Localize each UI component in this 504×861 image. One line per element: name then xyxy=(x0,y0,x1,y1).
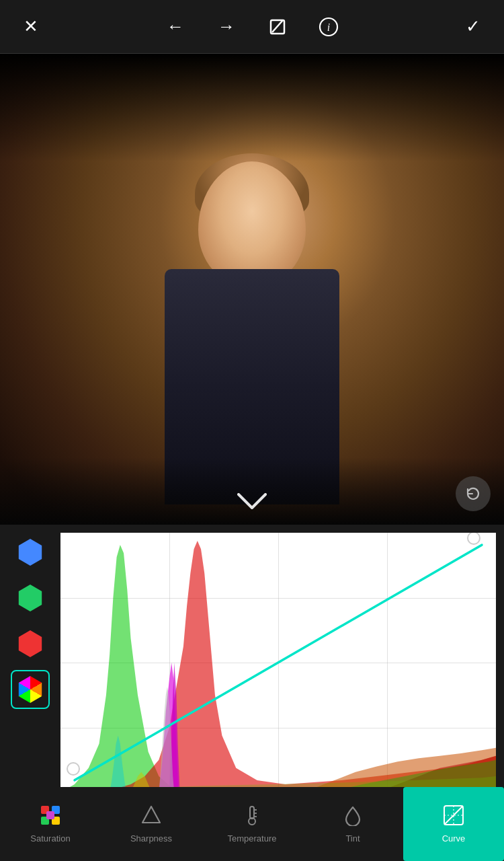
rgb-channel-hex xyxy=(17,676,44,703)
tab-sharpness[interactable]: Sharpness xyxy=(101,787,202,861)
reset-button[interactable] xyxy=(456,476,491,511)
channel-selector xyxy=(0,525,60,800)
channel-red-button[interactable] xyxy=(11,624,50,663)
svg-rect-10 xyxy=(49,806,52,825)
curve-control-point-bottom[interactable] xyxy=(67,762,80,776)
temperature-label: Temperature xyxy=(228,833,277,844)
info-button[interactable]: i xyxy=(314,12,343,42)
curve-label: Curve xyxy=(442,833,466,844)
toolbar-center-actions: ← → i xyxy=(161,12,343,42)
chevron-down-button[interactable] xyxy=(235,490,269,518)
undo-button[interactable]: ← xyxy=(161,12,190,42)
toolbar: ✕ ← → i ✓ xyxy=(0,0,504,54)
svg-rect-12 xyxy=(250,807,254,819)
tab-tint[interactable]: Tint xyxy=(302,787,403,861)
saturation-label: Saturation xyxy=(30,833,70,844)
svg-line-18 xyxy=(444,806,463,825)
curve-icon xyxy=(443,804,464,829)
redo-button[interactable]: → xyxy=(212,12,241,42)
tab-temperature[interactable]: Temperature xyxy=(202,787,302,861)
channel-blue-button[interactable] xyxy=(11,533,50,572)
channel-rgb-button[interactable] xyxy=(11,670,50,709)
tint-label: Tint xyxy=(345,833,360,844)
temperature-icon xyxy=(241,804,263,829)
saturation-icon xyxy=(40,804,61,829)
confirm-button[interactable]: ✓ xyxy=(458,12,488,42)
bottom-nav: Saturation Sharpness Temperature xyxy=(0,787,504,861)
svg-line-1 xyxy=(272,20,283,32)
blue-channel-hex xyxy=(17,539,44,566)
green-channel-hex xyxy=(17,585,44,611)
sharpness-icon xyxy=(140,804,162,829)
photo-background xyxy=(0,54,504,525)
svg-marker-11 xyxy=(142,807,160,823)
svg-text:i: i xyxy=(327,22,330,33)
crop-button[interactable] xyxy=(263,12,292,42)
close-button[interactable]: ✕ xyxy=(16,12,46,42)
channel-green-button[interactable] xyxy=(11,578,50,617)
tab-curve[interactable]: Curve xyxy=(403,787,504,861)
photo-area xyxy=(0,54,504,525)
edit-panel xyxy=(0,525,504,800)
red-channel-hex xyxy=(17,630,44,657)
photo-top-dark xyxy=(0,54,504,161)
histogram-svg xyxy=(60,533,496,792)
curve-histogram-area[interactable] xyxy=(60,533,496,792)
sharpness-label: Sharpness xyxy=(130,833,172,844)
tint-icon xyxy=(342,804,364,829)
tab-saturation[interactable]: Saturation xyxy=(0,787,101,861)
